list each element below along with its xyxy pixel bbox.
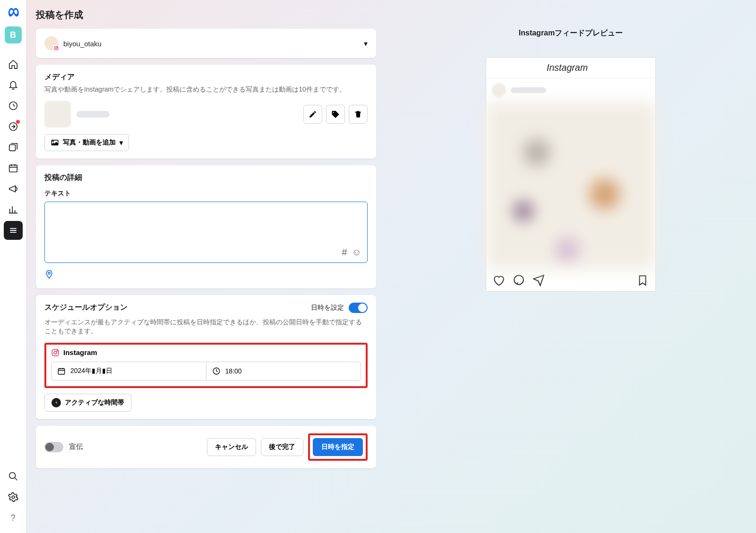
hashtag-icon[interactable]: # <box>342 247 347 258</box>
workspace-avatar[interactable]: B <box>5 26 22 43</box>
calendar-icon[interactable] <box>4 159 23 178</box>
emoji-icon[interactable]: ☺ <box>352 247 361 258</box>
caption-textarea[interactable] <box>51 207 361 247</box>
preview-user-row <box>486 78 655 102</box>
edit-media-button[interactable] <box>303 105 322 124</box>
schedule-platform: Instagram <box>63 348 97 356</box>
schedule-toggle[interactable] <box>349 303 368 313</box>
schedule-highlight-box: Instagram 2024年▮月▮日 18:00 <box>44 343 368 388</box>
meta-logo[interactable] <box>6 6 21 21</box>
svg-point-7 <box>57 47 58 47</box>
later-button[interactable]: 後で完了 <box>261 438 303 456</box>
svg-rect-12 <box>58 369 65 374</box>
account-selector-card: biyou_otaku ▾ <box>36 29 376 58</box>
account-name: biyou_otaku <box>63 40 359 48</box>
svg-point-6 <box>55 47 57 49</box>
insights-icon[interactable] <box>4 200 23 219</box>
svg-point-3 <box>9 473 15 479</box>
details-title: 投稿の詳細 <box>44 173 368 183</box>
menu-icon[interactable] <box>4 221 23 240</box>
notification-icon[interactable] <box>4 76 23 94</box>
schedule-date-input[interactable]: 2024年▮月▮日 <box>51 362 206 381</box>
account-selector[interactable]: biyou_otaku ▾ <box>44 36 368 51</box>
svg-rect-1 <box>9 145 15 151</box>
svg-rect-2 <box>9 165 17 172</box>
media-title: メディア <box>44 72 368 82</box>
calendar-icon <box>57 367 66 375</box>
text-input-wrap: # ☺ <box>44 202 368 263</box>
preview-actions <box>486 270 655 291</box>
help-icon[interactable]: ? <box>4 508 23 527</box>
settings-icon[interactable] <box>4 488 23 507</box>
schedule-desc: オーディエンスが最もアクティブな時間帯に投稿を日時指定できるほか、投稿の公開日時… <box>44 318 368 336</box>
svg-point-15 <box>514 275 524 285</box>
instagram-icon <box>51 348 60 357</box>
svg-point-8 <box>48 272 50 274</box>
home-icon[interactable] <box>4 55 23 74</box>
sidebar: B ? <box>0 0 26 533</box>
instagram-badge-icon <box>53 45 60 51</box>
inbox-icon[interactable] <box>4 117 23 136</box>
schedule-toggle-label: 日時を設定 <box>311 304 344 312</box>
compose-panel: 投稿を作成 biyou_otaku ▾ メディア 写真や動画をInstagram… <box>26 0 386 533</box>
preview-brand: Instagram <box>486 58 655 78</box>
active-time-button[interactable]: アクティブな時間帯 <box>44 394 131 412</box>
clock-icon <box>212 367 221 375</box>
svg-point-4 <box>12 496 15 499</box>
svg-point-0 <box>9 102 17 110</box>
text-label: テキスト <box>44 189 368 198</box>
planner-icon[interactable] <box>4 96 23 115</box>
instagram-preview-card: Instagram <box>486 57 656 292</box>
image-icon <box>51 138 59 147</box>
schedule-button-highlight: 日時を指定 <box>308 433 368 461</box>
comment-icon <box>513 274 525 287</box>
search-icon[interactable] <box>4 467 23 486</box>
details-card: 投稿の詳細 テキスト # ☺ <box>36 165 376 288</box>
clock-filled-icon <box>52 398 61 407</box>
media-card: メディア 写真や動画をInstagramでシェアします。投稿に含めることができる… <box>36 65 376 159</box>
promo-label: 宣伝 <box>69 442 201 451</box>
preview-avatar <box>492 83 506 97</box>
notification-dot <box>16 120 20 124</box>
preview-image <box>486 102 655 270</box>
media-desc: 写真や動画をInstagramでシェアします。投稿に含めることができる写真または… <box>44 85 368 94</box>
content-icon[interactable] <box>4 138 23 157</box>
delete-media-button[interactable] <box>349 105 368 124</box>
schedule-card: スケジュールオプション 日時を設定 オーディエンスが最もアクティブな時間帯に投稿… <box>36 295 376 419</box>
preview-panel: Instagramフィードプレビュー Instagram <box>386 0 756 533</box>
svg-point-11 <box>57 350 58 351</box>
location-button[interactable] <box>44 270 368 281</box>
schedule-time-input[interactable]: 18:00 <box>206 362 361 381</box>
page-title: 投稿を作成 <box>36 8 376 21</box>
svg-text:Instagram: Instagram <box>547 62 588 73</box>
schedule-button[interactable]: 日時を指定 <box>313 438 363 456</box>
promo-toggle[interactable] <box>44 442 63 452</box>
chevron-down-icon: ▾ <box>120 139 123 146</box>
tag-media-button[interactable] <box>326 105 345 124</box>
bookmark-icon <box>636 274 649 287</box>
account-avatar <box>44 36 59 51</box>
chevron-down-icon: ▾ <box>364 39 368 48</box>
footer-card: 宣伝 キャンセル 後で完了 日時を指定 <box>36 426 376 468</box>
media-filename <box>77 111 110 118</box>
heart-icon <box>493 274 505 287</box>
share-icon <box>533 274 545 287</box>
svg-point-10 <box>54 351 57 354</box>
preview-username <box>511 87 546 93</box>
media-item-row <box>44 101 368 127</box>
ads-icon[interactable] <box>4 179 23 198</box>
media-thumbnail[interactable] <box>44 101 71 127</box>
cancel-button[interactable]: キャンセル <box>207 438 256 456</box>
add-media-button[interactable]: 写真・動画を追加 ▾ <box>44 134 129 151</box>
schedule-title: スケジュールオプション <box>44 303 128 313</box>
preview-title: Instagramフィードプレビュー <box>519 28 623 38</box>
